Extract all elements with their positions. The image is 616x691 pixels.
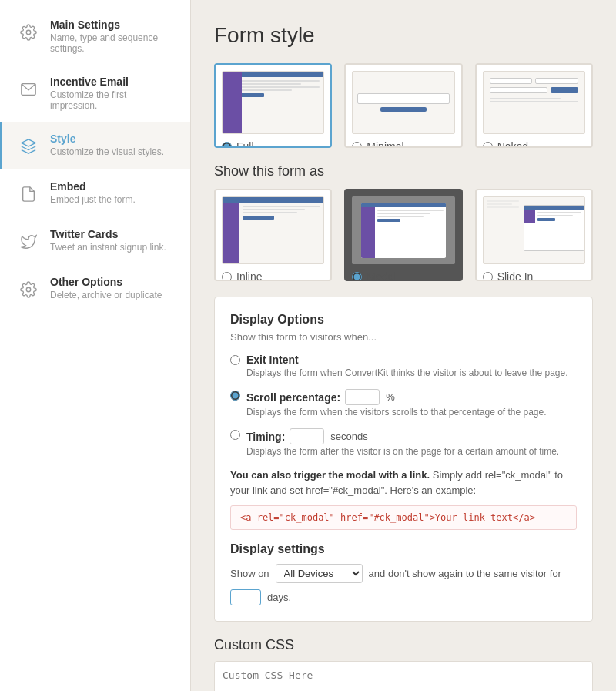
exit-intent-radio[interactable]: [230, 355, 240, 365]
dont-show-label: and don't show again to the same visitor…: [369, 568, 561, 579]
scroll-percentage-unit: %: [386, 391, 395, 403]
trigger-note: You can also trigger the modal with a li…: [230, 468, 577, 498]
show-as-inline-card[interactable]: Inline: [214, 189, 332, 281]
sidebar-incentive-email-title: Incentive Email: [50, 75, 176, 88]
scroll-percentage-input[interactable]: 10: [345, 389, 380, 405]
show-as-modal-card[interactable]: Modal: [344, 189, 462, 281]
sidebar-twitter-subtitle: Tweet an instant signup link.: [50, 242, 166, 253]
sidebar-other-options-title: Other Options: [50, 276, 162, 288]
scroll-percentage-radio[interactable]: [230, 391, 240, 401]
code-example: <a rel="ck_modal" href="#ck_modal">Your …: [230, 505, 577, 530]
show-as-inline-label[interactable]: Inline: [222, 270, 324, 281]
sidebar-item-main-settings[interactable]: Main Settings Name, type and sequence se…: [0, 8, 190, 65]
page-title: Form style: [214, 23, 593, 48]
svg-point-0: [26, 30, 31, 35]
show-on-select[interactable]: All Devices Desktop Only Mobile Only: [276, 564, 363, 583]
scroll-percentage-label: Scroll percentage:: [246, 391, 340, 404]
show-as-modal-label[interactable]: Modal: [352, 270, 454, 281]
timing-label: Timing:: [246, 431, 285, 443]
display-options-title: Display Options: [230, 313, 577, 327]
sidebar-twitter-title: Twitter Cards: [50, 228, 166, 240]
sidebar-item-style[interactable]: Style Customize the visual styles.: [0, 122, 190, 169]
twitter-icon: [16, 230, 41, 254]
show-as-card-row: Inline: [214, 189, 593, 281]
form-style-minimal-radio[interactable]: [352, 142, 362, 149]
sidebar-item-incentive-email[interactable]: Incentive Email Customize the first impr…: [0, 65, 190, 122]
svg-point-2: [26, 287, 31, 292]
custom-css-section: Custom CSS: [214, 637, 593, 691]
form-style-full-radio[interactable]: [222, 142, 232, 149]
display-settings-title: Display settings: [230, 542, 577, 556]
exit-intent-label: Exit Intent: [246, 354, 299, 366]
exit-intent-desc: Displays the form when ConvertKit thinks…: [246, 367, 568, 378]
embed-icon: [16, 182, 41, 206]
other-options-icon: [16, 277, 41, 302]
sidebar-embed-subtitle: Embed just the form.: [50, 194, 136, 205]
show-as-slidein-label[interactable]: Slide In: [483, 270, 585, 281]
form-style-naked-card[interactable]: Naked: [475, 63, 593, 148]
form-style-naked-label[interactable]: Naked: [483, 140, 585, 148]
show-as-heading: Show this form as: [214, 163, 593, 179]
days-input[interactable]: 15: [230, 589, 261, 605]
timing-radio[interactable]: [230, 430, 240, 440]
style-icon: [16, 134, 41, 159]
timing-row: Timing: 10 seconds Displays the form aft…: [230, 428, 577, 457]
show-as-slidein-card[interactable]: Slide In: [475, 189, 593, 281]
sidebar-style-title: Style: [50, 132, 164, 145]
form-style-full-card[interactable]: Full: [214, 63, 332, 148]
custom-css-title: Custom CSS: [214, 637, 593, 653]
show-as-slidein-radio[interactable]: [483, 272, 493, 282]
display-options-box: Display Options Show this form to visito…: [214, 297, 593, 622]
scroll-percentage-desc: Displays the form when the visitors scro…: [246, 407, 547, 418]
form-style-minimal-label[interactable]: Minimal: [352, 140, 454, 148]
custom-css-textarea[interactable]: [214, 661, 593, 691]
form-style-minimal-card[interactable]: Minimal: [344, 63, 462, 148]
show-on-row: Show on All Devices Desktop Only Mobile …: [230, 564, 577, 605]
sidebar-incentive-email-subtitle: Customize the first impression.: [50, 89, 176, 111]
sidebar: Main Settings Name, type and sequence se…: [0, 0, 191, 691]
sidebar-embed-title: Embed: [50, 180, 136, 193]
days-label: days.: [267, 592, 291, 603]
sidebar-item-other-options[interactable]: Other Options Delete, archive or duplica…: [0, 265, 190, 313]
form-style-full-label[interactable]: Full: [222, 140, 324, 148]
sidebar-main-settings-subtitle: Name, type and sequence settings.: [50, 32, 176, 54]
form-style-card-row: Full Minimal: [214, 63, 593, 148]
email-icon: [16, 77, 41, 102]
sidebar-item-twitter-cards[interactable]: Twitter Cards Tweet an instant signup li…: [0, 217, 190, 265]
timing-unit: seconds: [330, 431, 367, 442]
show-as-modal-radio[interactable]: [352, 272, 362, 282]
timing-desc: Displays the form after the visitor is o…: [246, 446, 559, 457]
form-style-naked-radio[interactable]: [483, 142, 493, 149]
app-layout: Main Settings Name, type and sequence se…: [0, 0, 616, 691]
main-content: Form style: [191, 0, 616, 691]
trigger-note-bold: You can also trigger the modal with a li…: [230, 469, 430, 481]
display-options-subtitle: Show this form to visitors when...: [230, 331, 577, 343]
show-on-label: Show on: [230, 568, 270, 579]
sidebar-style-subtitle: Customize the visual styles.: [50, 146, 164, 157]
show-as-inline-radio[interactable]: [222, 272, 232, 282]
sidebar-main-settings-title: Main Settings: [50, 18, 176, 31]
exit-intent-row: Exit Intent Displays the form when Conve…: [230, 354, 577, 378]
scroll-percentage-row: Scroll percentage: 10 % Displays the for…: [230, 389, 577, 418]
sidebar-other-options-subtitle: Delete, archive or duplicate: [50, 290, 162, 300]
gear-icon: [16, 20, 41, 45]
timing-input[interactable]: 10: [290, 428, 324, 444]
sidebar-item-embed[interactable]: Embed Embed just the form.: [0, 169, 190, 217]
